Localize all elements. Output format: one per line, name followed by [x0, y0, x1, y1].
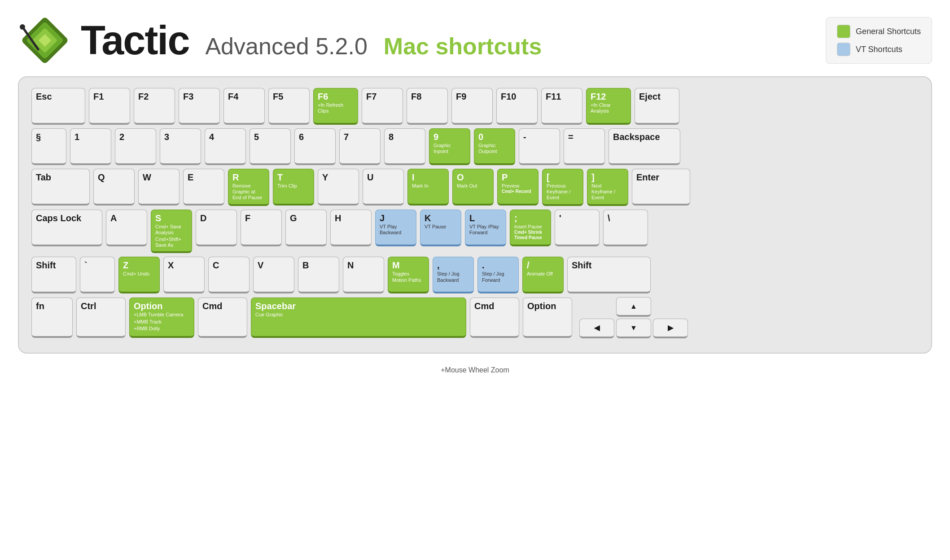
- key-tab[interactable]: Tab: [31, 169, 90, 206]
- key-r[interactable]: RRemove Graphic at End of Pause: [228, 169, 269, 206]
- header: Tactic Advanced 5.2.0 Mac shortcuts Gene…: [0, 0, 950, 76]
- key-cmd-right[interactable]: Cmd: [470, 298, 519, 338]
- key-x[interactable]: X: [163, 257, 205, 293]
- logo-text: Tactic: [81, 20, 189, 61]
- key-8[interactable]: 8: [384, 128, 425, 165]
- key-f7[interactable]: F7: [362, 88, 403, 125]
- key-f1[interactable]: F1: [89, 88, 130, 125]
- key-minus[interactable]: -: [519, 128, 560, 165]
- subtitle-version: Advanced 5.2.0: [205, 33, 367, 60]
- key-j[interactable]: JVT Play Backward: [375, 210, 416, 246]
- key-m[interactable]: MToggles Motion Paths: [388, 257, 429, 293]
- key-equals[interactable]: =: [564, 128, 605, 165]
- key-l[interactable]: LVT Play /Play Forward: [465, 210, 506, 246]
- key-o[interactable]: OMark Out: [452, 169, 494, 206]
- legend: General Shortcuts VT Shortcuts: [826, 17, 932, 64]
- key-f12[interactable]: F12+fn Clear Analysis: [586, 88, 631, 125]
- arrow-keys: ▲ ◀ ▼ ▶: [579, 297, 688, 338]
- key-3[interactable]: 3: [160, 128, 201, 165]
- key-5[interactable]: 5: [250, 128, 291, 165]
- key-arrow-left[interactable]: ◀: [579, 319, 614, 338]
- key-ctrl[interactable]: Ctrl: [76, 298, 126, 338]
- key-7[interactable]: 7: [339, 128, 381, 165]
- key-f[interactable]: F: [241, 210, 282, 246]
- key-fn[interactable]: fn: [31, 298, 73, 338]
- key-cmd-left[interactable]: Cmd: [198, 298, 247, 338]
- key-f3[interactable]: F3: [179, 88, 220, 125]
- legend-general: General Shortcuts: [837, 25, 921, 38]
- key-z[interactable]: ZCmd+ Undo: [118, 257, 160, 293]
- key-y[interactable]: Y: [318, 169, 359, 206]
- tactic-logo-icon: [18, 13, 72, 67]
- key-backtick[interactable]: `: [80, 257, 115, 293]
- legend-vt-label: VT Shortcuts: [856, 45, 902, 54]
- key-0[interactable]: 0Graphic Outpoint: [474, 128, 515, 165]
- key-i[interactable]: IMark In: [407, 169, 449, 206]
- key-slash[interactable]: /Animate Off: [522, 257, 564, 293]
- shift-key-row: Shift ` ZCmd+ Undo X C V B N MToggles Mo…: [31, 257, 919, 293]
- key-backspace[interactable]: Backspace: [609, 128, 680, 165]
- key-period[interactable]: .Step / Jog Forward: [477, 257, 519, 293]
- key-f8[interactable]: F8: [407, 88, 448, 125]
- key-f10[interactable]: F10: [496, 88, 538, 125]
- key-arrow-up[interactable]: ▲: [616, 297, 651, 317]
- fn-key-row: Esc F1 F2 F3 F4 F5 F6+fn Refresh Clips F…: [31, 88, 919, 125]
- legend-vt: VT Shortcuts: [837, 43, 921, 56]
- subtitle-mac: Mac shortcuts: [384, 33, 542, 60]
- vt-swatch: [837, 43, 850, 56]
- key-q[interactable]: Q: [93, 169, 135, 206]
- key-f4[interactable]: F4: [223, 88, 265, 125]
- key-e[interactable]: E: [183, 169, 224, 206]
- key-eject[interactable]: Eject: [635, 88, 679, 125]
- key-quote[interactable]: ': [555, 210, 600, 246]
- legend-general-label: General Shortcuts: [856, 27, 921, 36]
- key-9[interactable]: 9Graphic Inpoint: [429, 128, 470, 165]
- key-spacebar[interactable]: SpacebarCue Graphic: [251, 298, 466, 338]
- key-f2[interactable]: F2: [134, 88, 175, 125]
- key-arrow-right[interactable]: ▶: [653, 319, 688, 338]
- keyboard-container: Esc F1 F2 F3 F4 F5 F6+fn Refresh Clips F…: [0, 76, 950, 363]
- key-backslash[interactable]: \: [603, 210, 648, 246]
- key-v[interactable]: V: [253, 257, 294, 293]
- caps-key-row: Caps Lock A SCmd+ Save AnalysisCmd+Shift…: [31, 210, 919, 254]
- key-u[interactable]: U: [363, 169, 404, 206]
- key-6[interactable]: 6: [294, 128, 336, 165]
- key-f5[interactable]: F5: [268, 88, 310, 125]
- key-esc[interactable]: Esc: [31, 88, 85, 125]
- key-s[interactable]: SCmd+ Save AnalysisCmd+Shift+ Save As: [151, 210, 192, 254]
- key-rbracket[interactable]: ]Next Keyframe / Event: [587, 169, 628, 206]
- key-c[interactable]: C: [208, 257, 250, 293]
- key-enter[interactable]: Enter: [632, 169, 690, 206]
- num-key-row: § 1 2 3 4 5 6 7 8 9Graphic Inpoint 0Grap…: [31, 128, 919, 165]
- key-a[interactable]: A: [106, 210, 147, 246]
- key-f9[interactable]: F9: [451, 88, 493, 125]
- key-b[interactable]: B: [298, 257, 339, 293]
- bottom-key-row: fn Ctrl Option+LMB Tumble Camera+MMB Tra…: [31, 297, 919, 338]
- key-semicolon[interactable]: ;Insert PauseCmd+ Shrink Timed Pause: [510, 210, 551, 246]
- key-d[interactable]: D: [196, 210, 237, 246]
- key-f6[interactable]: F6+fn Refresh Clips: [313, 88, 358, 125]
- key-caps-lock[interactable]: Caps Lock: [31, 210, 102, 246]
- key-g[interactable]: G: [285, 210, 327, 246]
- key-w[interactable]: W: [138, 169, 179, 206]
- key-2[interactable]: 2: [115, 128, 156, 165]
- key-lbracket[interactable]: [Previous Keyframe / Event: [542, 169, 583, 206]
- key-f11[interactable]: F11: [541, 88, 582, 125]
- key-shift-right[interactable]: Shift: [567, 257, 651, 293]
- key-option-left[interactable]: Option+LMB Tumble Camera+MMB Track+RMB D…: [129, 298, 194, 338]
- key-p[interactable]: PPreviewCmd+ Record: [497, 169, 538, 206]
- tab-key-row: Tab Q W E RRemove Graphic at End of Paus…: [31, 169, 919, 206]
- key-option-right[interactable]: Option: [523, 298, 572, 338]
- logo-area: Tactic Advanced 5.2.0 Mac shortcuts: [18, 13, 542, 67]
- key-shift-left[interactable]: Shift: [31, 257, 76, 293]
- key-h[interactable]: H: [330, 210, 372, 246]
- key-comma[interactable]: ,Step / Jog Backward: [433, 257, 474, 293]
- key-4[interactable]: 4: [205, 128, 246, 165]
- key-arrow-down[interactable]: ▼: [616, 319, 651, 338]
- key-t[interactable]: TTrim Clip: [273, 169, 314, 206]
- key-n[interactable]: N: [343, 257, 384, 293]
- keyboard: Esc F1 F2 F3 F4 F5 F6+fn Refresh Clips F…: [18, 76, 932, 354]
- key-k[interactable]: KVT Pause: [420, 210, 461, 246]
- key-sect[interactable]: §: [31, 128, 66, 165]
- key-1[interactable]: 1: [70, 128, 111, 165]
